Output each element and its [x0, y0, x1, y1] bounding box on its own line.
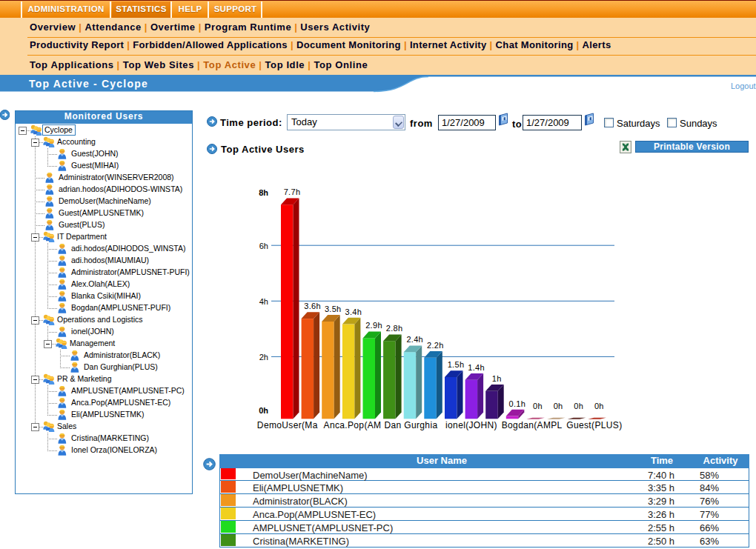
svg-text:Bogdan(AMPL: Bogdan(AMPL	[502, 420, 563, 430]
svg-text:0h: 0h	[594, 402, 604, 410]
svg-text:2.8h: 2.8h	[386, 324, 403, 333]
svg-text:2h: 2h	[259, 353, 268, 362]
svg-text:Guest(PLUS): Guest(PLUS)	[566, 420, 622, 430]
svg-text:DemoUser(Ma: DemoUser(Ma	[257, 420, 318, 430]
svg-text:1.4h: 1.4h	[468, 363, 485, 372]
svg-text:2.4h: 2.4h	[406, 335, 423, 344]
svg-text:4h: 4h	[259, 297, 268, 306]
svg-text:0.1h: 0.1h	[508, 399, 525, 408]
svg-text:Dan Gurghia: Dan Gurghia	[385, 420, 438, 430]
svg-text:0h: 0h	[533, 402, 543, 410]
svg-text:2.9h: 2.9h	[365, 321, 382, 330]
svg-text:ionel(JOHN): ionel(JOHN)	[445, 420, 497, 430]
svg-text:3.4h: 3.4h	[345, 307, 362, 316]
svg-text:8h: 8h	[259, 188, 268, 197]
svg-text:2.2h: 2.2h	[427, 341, 444, 350]
svg-text:1h: 1h	[492, 374, 502, 383]
svg-text:0h: 0h	[574, 402, 583, 410]
svg-text:0h: 0h	[554, 402, 563, 410]
svg-text:Anca.Pop(AM: Anca.Pop(AM	[324, 420, 382, 430]
svg-text:0h: 0h	[259, 406, 268, 415]
svg-text:6h: 6h	[259, 242, 268, 250]
svg-text:3.6h: 3.6h	[304, 302, 321, 310]
svg-text:7.7h: 7.7h	[284, 187, 301, 196]
svg-text:1.5h: 1.5h	[448, 360, 465, 369]
svg-text:3.5h: 3.5h	[325, 305, 342, 313]
